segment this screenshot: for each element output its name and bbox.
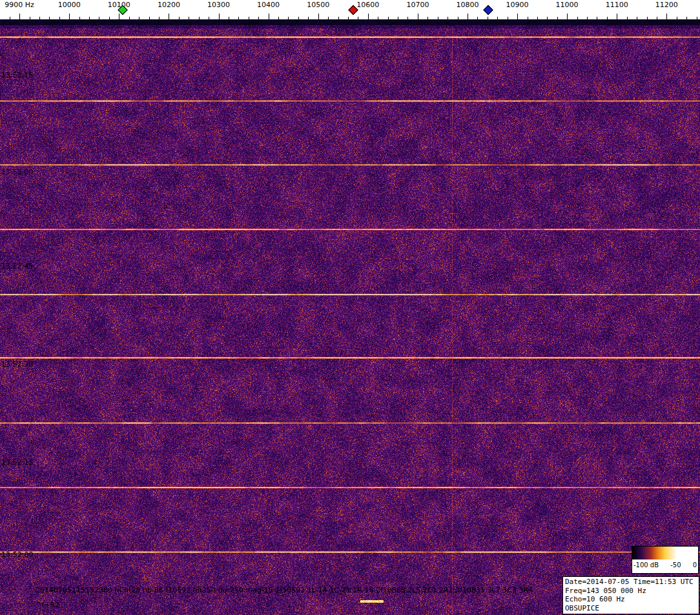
freq-tick-label: 10300: [207, 1, 230, 9]
freq-tick-label: 10900: [506, 1, 529, 9]
detection-info-text: 20140705115152380 hCnt29 nb-86 f10592 hi…: [36, 586, 533, 594]
freq-tick: [418, 14, 418, 19]
freq-tick-label: 11100: [606, 1, 628, 9]
legend-label-mid: -50: [670, 561, 681, 569]
freq-tick: [368, 14, 369, 19]
freq-tick-label: 11200: [655, 1, 678, 9]
time-tick-label: 13:53:00: [1, 168, 33, 176]
status-line-datetime: Date=2014-07-05 Time=11:53 UTC: [565, 578, 697, 587]
freq-tick-label: 9900 Hz: [5, 1, 34, 9]
spectrogram-canvas[interactable]: [0, 19, 700, 615]
time-tick-label: 13:52:45: [1, 262, 33, 270]
freq-tick-label: 10400: [257, 1, 280, 9]
time-tick-label: 13:52:15: [1, 458, 33, 467]
freq-tick-label: 10200: [158, 1, 180, 9]
status-line-frequency: Freq=143 050 000 Hz: [565, 587, 697, 596]
freq-tick-label: 10800: [457, 1, 479, 9]
freq-tick: [119, 14, 119, 19]
freq-tick: [517, 14, 518, 19]
freq-tick-label: 11000: [556, 1, 579, 9]
freq-tick: [666, 14, 667, 19]
legend-label-min: -100 dB: [633, 561, 659, 569]
freq-tick: [219, 14, 220, 19]
marker-blue-diamond-icon[interactable]: [484, 5, 494, 15]
freq-tick-label: 10500: [307, 1, 329, 9]
freq-tick: [69, 14, 70, 19]
cursor-info-text: ^t+52: [36, 601, 59, 609]
freq-tick-label: 10000: [58, 1, 81, 9]
freq-tick: [169, 14, 169, 19]
status-line-echo: Echo=10 600 Hz: [565, 595, 697, 604]
freq-tick: [617, 14, 617, 19]
frequency-scale[interactable]: 9900 Hz100001010010200103001040010500106…: [0, 0, 700, 19]
status-line-station: OBSUPICE: [565, 604, 697, 613]
color-scale-legend: -100 dB -50 0: [632, 546, 699, 574]
freq-tick: [468, 14, 468, 19]
waterfall-window: 9900 Hz100001010010200103001040010500106…: [0, 0, 700, 615]
time-tick-label: 13:52:30: [1, 360, 33, 368]
freq-tick: [567, 14, 568, 19]
spectrogram-area: 13:53:1513:53:0013:52:4513:52:3013:52:15…: [0, 19, 700, 615]
freq-tick: [19, 14, 20, 19]
freq-tick-label: 10600: [356, 1, 379, 9]
colormap-gradient: [632, 547, 698, 560]
time-tick-label: 13:53:15: [1, 71, 33, 79]
legend-label-max: 0: [693, 561, 697, 569]
freq-tick: [269, 14, 269, 19]
freq-tick: [318, 14, 319, 19]
legend-labels: -100 dB -50 0: [632, 560, 698, 569]
freq-tick-label: 10700: [406, 1, 429, 9]
status-info-box: Date=2014-07-05 Time=11:53 UTC Freq=143 …: [562, 576, 699, 614]
time-tick-label: 13:52:00: [1, 550, 33, 559]
